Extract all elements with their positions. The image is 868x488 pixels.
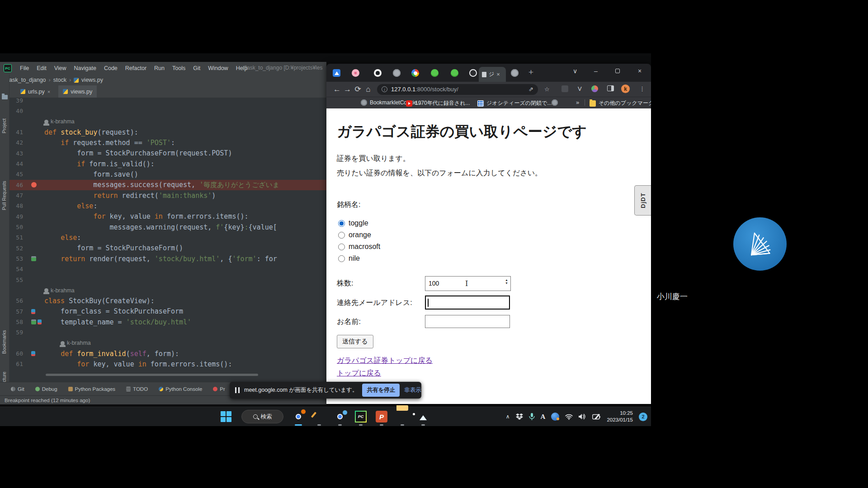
app-tab-icon[interactable] bbox=[333, 69, 340, 77]
spinner-arrows-icon[interactable]: ▲▼ bbox=[505, 278, 508, 285]
menu-item-view[interactable]: View bbox=[54, 65, 66, 71]
tab-close-icon[interactable]: × bbox=[47, 89, 50, 94]
microphone-icon[interactable] bbox=[529, 413, 535, 421]
smiley-tab-icon[interactable] bbox=[431, 69, 439, 77]
menu-item-run[interactable]: Run bbox=[154, 65, 165, 71]
menu-item-file[interactable]: File bbox=[20, 65, 29, 71]
dropbox-icon[interactable] bbox=[516, 413, 523, 420]
volume-icon[interactable] bbox=[579, 413, 586, 420]
new-tab-button[interactable]: + bbox=[528, 67, 533, 77]
taskbar-chrome-2[interactable] bbox=[334, 411, 346, 422]
radio-button-icon[interactable] bbox=[338, 220, 345, 227]
code-editor[interactable]: 3940k-brahma41def stock_buy(request):42 … bbox=[9, 98, 326, 382]
globe-tab-icon[interactable] bbox=[511, 69, 519, 77]
menu-item-navigate[interactable]: Navigate bbox=[74, 65, 96, 71]
flower-tab-icon[interactable] bbox=[352, 69, 359, 77]
project-folder-icon[interactable] bbox=[2, 95, 8, 99]
tray-chevron-icon[interactable]: ∧ bbox=[506, 413, 510, 420]
bookmark-star-icon[interactable]: ☆ bbox=[544, 86, 550, 93]
forward-icon[interactable]: → bbox=[342, 85, 353, 94]
google-tab-icon[interactable] bbox=[411, 69, 419, 77]
radio-option-macrosoft[interactable]: macrosoft bbox=[338, 243, 380, 251]
menu-item-edit[interactable]: Edit bbox=[37, 65, 47, 71]
breakpoint-icon[interactable] bbox=[31, 182, 37, 188]
statusbar-item-pr[interactable]: Pr bbox=[213, 386, 225, 392]
minimize-button[interactable]: – bbox=[591, 67, 600, 75]
statusbar-item-git[interactable]: Git bbox=[11, 386, 24, 392]
github-tab-icon[interactable] bbox=[374, 69, 382, 77]
extensions-puzzle-icon[interactable] bbox=[591, 85, 598, 92]
close-button[interactable]: × bbox=[635, 67, 644, 75]
taskbar-clock[interactable]: 10:25 2023/01/15 bbox=[607, 410, 633, 423]
assistant-sphere-icon[interactable] bbox=[551, 413, 559, 421]
home-icon[interactable]: ⌂ bbox=[363, 85, 373, 94]
statusbar-item-debug[interactable]: Debug bbox=[35, 386, 57, 392]
search-box[interactable]: 検索 bbox=[241, 410, 283, 423]
menu-item-window[interactable]: Window bbox=[208, 65, 228, 71]
globe-tab-icon[interactable] bbox=[393, 69, 401, 77]
bookmark-item[interactable] bbox=[552, 99, 558, 106]
wifi-icon[interactable] bbox=[565, 414, 573, 420]
radio-option-toggle[interactable]: toggle bbox=[338, 219, 368, 227]
radio-button-icon[interactable] bbox=[338, 255, 345, 262]
share-icon[interactable]: ⇗ bbox=[528, 86, 533, 93]
smiley-tab-icon[interactable] bbox=[451, 69, 458, 77]
page-link[interactable]: トップに戻る bbox=[337, 369, 381, 378]
extension-v-icon[interactable]: V bbox=[578, 85, 582, 92]
name-field[interactable] bbox=[425, 315, 510, 328]
quantity-stepper[interactable]: 100 ▲▼ I bbox=[425, 276, 511, 291]
tool-window-project[interactable]: Project bbox=[1, 118, 7, 133]
tab-search-icon[interactable]: ∨ bbox=[571, 67, 580, 75]
menu-item-git[interactable]: Git bbox=[193, 65, 200, 71]
back-icon[interactable]: ← bbox=[332, 85, 342, 94]
ime-indicator[interactable]: A bbox=[541, 413, 546, 421]
tool-window-bookmarks[interactable]: Bookmarks bbox=[1, 330, 7, 354]
menu-dots-icon[interactable]: ⋮ bbox=[639, 85, 645, 92]
hide-button[interactable]: 非表示 bbox=[404, 386, 421, 394]
editor-tab-urls.py[interactable]: urls.py× bbox=[16, 85, 55, 98]
site-info-icon[interactable]: i bbox=[382, 86, 387, 92]
email-field[interactable] bbox=[425, 296, 510, 310]
taskbar-photos[interactable] bbox=[417, 411, 429, 422]
radio-option-orange[interactable]: orange bbox=[338, 231, 371, 239]
menu-item-code[interactable]: Code bbox=[104, 65, 118, 71]
other-bookmarks-folder[interactable]: その他のブックマーク bbox=[590, 99, 651, 107]
extension-square-icon[interactable] bbox=[561, 85, 568, 92]
tool-window-pull-requests[interactable]: Pull Requests bbox=[1, 181, 7, 210]
bookmark-item[interactable]: ジオシティーズの閉鎖で... bbox=[477, 99, 552, 107]
stop-sharing-button[interactable]: 共有を停止 bbox=[362, 384, 400, 397]
horizontal-scrollbar[interactable] bbox=[46, 374, 258, 376]
notification-count-badge[interactable]: 2 bbox=[639, 413, 647, 421]
reload-icon[interactable]: ⟳ bbox=[353, 84, 363, 94]
taskbar-chrome-active[interactable] bbox=[292, 411, 304, 422]
tab-close-icon[interactable]: × bbox=[496, 71, 500, 78]
bookmark-item[interactable]: 1970年代に録音され... bbox=[406, 99, 470, 107]
statusbar-item-python-packages[interactable]: Python Packages bbox=[68, 386, 116, 392]
page-link[interactable]: ガラパゴス証券トップに戻る bbox=[337, 356, 433, 366]
start-button[interactable] bbox=[221, 411, 232, 422]
taskbar-pycharm[interactable]: PC bbox=[355, 411, 367, 422]
submit-button[interactable]: 送信する bbox=[337, 335, 373, 348]
radio-option-nile[interactable]: nile bbox=[338, 254, 360, 263]
menu-item-refactor[interactable]: Refactor bbox=[125, 65, 146, 71]
active-tab[interactable]: ジ × bbox=[479, 67, 506, 82]
address-bar[interactable]: i 127.0.0.1:8000/stock/buy/ ⇗ bbox=[377, 84, 538, 95]
bookmarks-overflow-icon[interactable]: » bbox=[576, 99, 579, 106]
taskbar-explorer[interactable] bbox=[396, 411, 408, 422]
statusbar-item-python-console[interactable]: Python Console bbox=[159, 386, 202, 392]
radio-button-icon[interactable] bbox=[338, 244, 345, 250]
breadcrumb-item[interactable]: stock bbox=[53, 77, 66, 83]
side-panel-icon[interactable] bbox=[607, 85, 614, 91]
chromering-tab-icon[interactable] bbox=[469, 69, 477, 77]
taskbar-notepad[interactable] bbox=[313, 411, 325, 422]
breadcrumb-item[interactable]: views.py bbox=[81, 77, 103, 83]
breadcrumb-item[interactable]: flask_to_django bbox=[6, 77, 46, 83]
editor-tab-views.py[interactable]: views.py bbox=[58, 85, 97, 98]
django-debug-toolbar-handle[interactable]: DjDT bbox=[634, 185, 651, 216]
radio-button-icon[interactable] bbox=[338, 232, 345, 239]
taskbar-powerpoint[interactable]: P bbox=[376, 411, 387, 422]
url-text[interactable]: 127.0.0.1:8000/stock/buy/ bbox=[391, 86, 525, 93]
statusbar-item-todo[interactable]: TODO bbox=[126, 386, 148, 392]
pen-battery-icon[interactable] bbox=[592, 413, 601, 420]
profile-avatar[interactable]: k bbox=[621, 84, 630, 93]
